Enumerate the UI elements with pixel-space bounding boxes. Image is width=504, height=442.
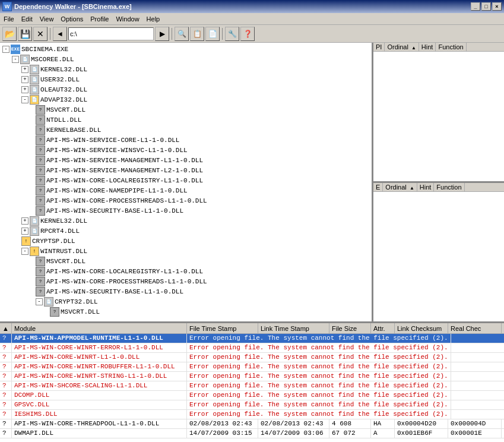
toolbar-go-button[interactable]: ▶	[155, 27, 169, 41]
table-row[interactable]: ? DCOMP.DLL Error opening file. The syst…	[0, 391, 504, 400]
tree-panel[interactable]: - EXE SBCINEMA.EXE - 📄 MSCOREE.DLL + 📄 K	[0, 43, 373, 321]
tree-row[interactable]: ? API-MS-WIN-SECURITY-BASE-L1-1-0.DLL	[0, 286, 372, 296]
tree-expander[interactable]: +	[21, 66, 28, 73]
col-real-checksum[interactable]: Real Chec	[448, 323, 502, 333]
tree-row[interactable]: ? MSVCRT.DLL	[0, 256, 372, 266]
tree-expander[interactable]: -	[21, 96, 28, 103]
menu-window[interactable]: Window	[112, 13, 142, 24]
table-row[interactable]: ? API-MS-WIN-APPMODEL-RUNTIME-L1-1-0.DLL…	[0, 334, 504, 343]
tree-row[interactable]: + 📄 RPCRT4.DLL	[0, 226, 372, 236]
toolbar-paste-button[interactable]: 📄	[205, 27, 220, 41]
dll-q-icon: ?	[36, 135, 45, 145]
col-function-bottom[interactable]: Function	[434, 183, 464, 191]
tree-row[interactable]: ! CRYPTSP.DLL	[0, 236, 372, 246]
col-ordinal-bottom[interactable]: Ordinal ▲	[383, 183, 417, 191]
tree-row[interactable]: ? API-MS-WIN-CORE-LOCALREGISTRY-L1-1-0.D…	[0, 175, 372, 185]
menu-view[interactable]: View	[36, 13, 58, 24]
tree-row[interactable]: + 📄 USER32.DLL	[0, 74, 372, 84]
menu-file[interactable]: File	[0, 13, 18, 24]
table-row[interactable]: ? API-MS-WIN-CORE-WINRT-STRING-L1-1-0.DL…	[0, 372, 504, 381]
col-function-top[interactable]: Function	[436, 43, 466, 51]
dll-q-icon: ?	[36, 186, 45, 195]
tree-row[interactable]: - 📄 ADVAPI32.DLL	[0, 94, 372, 105]
tree-row[interactable]: - ! WINTRUST.DLL	[0, 246, 372, 256]
col-module[interactable]: Module	[12, 323, 187, 333]
tree-row[interactable]: ? API-MS-WIN-SECURITY-BASE-L1-1-0.DLL	[0, 206, 372, 216]
cell-num: ?	[0, 334, 12, 343]
table-row[interactable]: ? API-MS-WIN-CORE-WINRT-L1-1-0.DLL Error…	[0, 353, 504, 362]
tree-row[interactable]: - EXE SBCINEMA.EXE	[0, 44, 372, 54]
tree-row[interactable]: ? API-MS-WIN-SERVICE-MANAGEMENT-L1-1-0.D…	[0, 155, 372, 165]
tree-expander[interactable]: -	[2, 46, 9, 53]
col-link-checksum[interactable]: Link Checksum	[395, 323, 448, 333]
tree-row[interactable]: ? API-MS-WIN-CORE-NAMEDPIPE-L1-1-0.DLL	[0, 185, 372, 195]
tree-row[interactable]: ? API-MS-WIN-SERVICE-MANAGEMENT-L2-1-0.D…	[0, 165, 372, 175]
maximize-button[interactable]: □	[481, 2, 491, 11]
toolbar-sep-1	[50, 28, 50, 40]
table-row[interactable]: ? API-MS-WIN-CORE-WINRT-ROBUFFER-L1-1-0.…	[0, 362, 504, 372]
tree-row[interactable]: + 📄 KERNEL32.DLL	[0, 64, 372, 74]
close-button[interactable]: ×	[492, 2, 502, 11]
table-row[interactable]: ? API-MS-WIN-SHCORE-SCALING-L1-1.DLL Err…	[0, 381, 504, 391]
tree-expander[interactable]: +	[21, 86, 28, 93]
tree-expander[interactable]: +	[21, 76, 28, 83]
col-pi[interactable]: PI	[373, 43, 385, 51]
tree-row[interactable]: ? KERNELBASE.DLL	[0, 125, 372, 135]
col-hint-top[interactable]: Hint	[419, 43, 436, 51]
tree-expander[interactable]: -	[12, 56, 19, 63]
toolbar-open-button[interactable]: 📂	[2, 27, 17, 41]
tree-row[interactable]: ? API-MS-WIN-SERVICE-CORE-L1-1-0.DLL	[0, 135, 372, 145]
tree-row[interactable]: ? NTDLL.DLL	[0, 115, 372, 125]
tree-row[interactable]: ? MSVCRT.DLL	[0, 105, 372, 115]
toolbar-properties-button[interactable]: 🔧	[225, 27, 239, 41]
menu-edit[interactable]: Edit	[18, 13, 36, 24]
tree-row[interactable]: + 📄 KERNEL32.DLL	[0, 216, 372, 226]
menu-profile[interactable]: Profile	[87, 13, 112, 24]
menu-options[interactable]: Options	[57, 13, 87, 24]
table-row[interactable]: ? API-MS-WIN-CORE-THREADPOOL-L1-1-0.DLL …	[0, 419, 504, 429]
dll-q-icon: ?	[36, 115, 45, 125]
toolbar-close-button[interactable]: ✕	[33, 27, 47, 41]
toolbar-copy-button[interactable]: 📋	[190, 27, 204, 41]
tree-expander[interactable]: +	[21, 228, 28, 235]
toolbar-back-button[interactable]: ◄	[53, 27, 67, 41]
col-attr[interactable]: Attr.	[371, 323, 395, 333]
cell-module: DWMAPI.DLL	[12, 429, 187, 438]
tree-label: WINTRUST.DLL	[40, 248, 87, 255]
col-file-size[interactable]: File Size	[329, 323, 371, 333]
tree-row[interactable]: ? API-MS-WIN-CORE-PROCESSTHREADS-L1-1-0.…	[0, 195, 372, 206]
col-link-time[interactable]: Link Time Stamp	[258, 323, 329, 333]
tree-label: ADVAPI32.DLL	[40, 96, 87, 103]
cell-real-checksum: 0x000004D	[448, 419, 502, 428]
table-row[interactable]: ? API-MS-WIN-CORE-WINRT-ERROR-L1-1-0.DLL…	[0, 343, 504, 353]
table-row[interactable]: ? IESHIMS.DLL Error opening file. The sy…	[0, 410, 504, 419]
toolbar-search-button[interactable]: 🔍	[175, 27, 189, 41]
cell-num: ?	[0, 419, 12, 428]
tree-row[interactable]: - 📄 CRYPT32.DLL	[0, 296, 372, 307]
col-file-time[interactable]: File Time Stamp	[187, 323, 258, 333]
minimize-button[interactable]: _	[471, 2, 480, 11]
tree-row[interactable]: ? MSVCRT.DLL	[0, 307, 372, 317]
tree-row[interactable]: + 📄 OLEAUT32.DLL	[0, 84, 372, 94]
col-hint-bottom[interactable]: Hint	[417, 183, 435, 191]
bottom-table-body[interactable]: ? API-MS-WIN-APPMODEL-RUNTIME-L1-1-0.DLL…	[0, 334, 504, 442]
table-row[interactable]: ? DWMAPI.DLL 14/07/2009 03:15 14/07/2009…	[0, 429, 504, 438]
col-e[interactable]: E	[373, 183, 383, 191]
cell-num: ?	[0, 391, 12, 400]
tree-label: SBCINEMA.EXE	[21, 46, 68, 53]
toolbar-address-input[interactable]	[68, 27, 154, 40]
tree-expander[interactable]: -	[36, 298, 43, 305]
tree-row[interactable]: ? API-MS-WIN-SERVICE-WINSVC-L1-1-0.DLL	[0, 145, 372, 155]
table-row[interactable]: ? GPSVC.DLL Error opening file. The syst…	[0, 400, 504, 410]
dll-warn-icon: !	[21, 236, 31, 246]
tree-row[interactable]: ? API-MS-WIN-CORE-LOCALREGISTRY-L1-1-0.D…	[0, 266, 372, 276]
tree-expander[interactable]: -	[21, 248, 28, 255]
tree-row[interactable]: ? API-MS-WIN-CORE-PROCESSTHREADS-L1-1-0.…	[0, 276, 372, 286]
tree-row[interactable]: - 📄 MSCOREE.DLL	[0, 54, 372, 64]
col-num[interactable]: ▲	[0, 323, 12, 333]
menu-help[interactable]: Help	[143, 13, 164, 24]
col-ordinal-top[interactable]: Ordinal ▲	[385, 43, 419, 51]
toolbar-help-button[interactable]: ❓	[240, 27, 255, 41]
toolbar-save-button[interactable]: 💾	[18, 27, 32, 41]
tree-expander[interactable]: +	[21, 217, 28, 225]
